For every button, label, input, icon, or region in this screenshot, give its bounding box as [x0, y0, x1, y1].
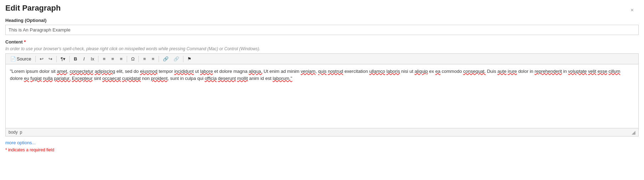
source-label: Source [17, 56, 31, 62]
align-center-button[interactable]: ≡ [109, 55, 116, 63]
source-button[interactable]: 📄 Source [8, 55, 34, 63]
editor-status-bar: body p ◢ [6, 128, 638, 136]
strikethrough-button[interactable]: Ix [89, 55, 96, 63]
link-button[interactable]: 🔗 [161, 55, 171, 63]
undo-icon: ↩ [40, 56, 44, 62]
content-label-row: Content * [5, 39, 639, 45]
redo-icon: ↪ [49, 56, 52, 62]
editor-toolbar: 📄 Source ↩ ↪ ¶▾ B I [6, 54, 638, 64]
status-tags: body p [8, 130, 22, 135]
flag-button[interactable]: ⚑ [185, 55, 194, 63]
redo-button[interactable]: ↪ [46, 55, 55, 63]
form-footer: more options... * indicates a required f… [5, 137, 639, 152]
unlink-icon: 🔗 [173, 56, 179, 62]
unlink-button[interactable]: 🔗 [171, 55, 181, 63]
align-center-icon: ≡ [112, 56, 114, 62]
divider-6 [138, 56, 139, 62]
ordered-list-icon: ≡ [143, 56, 146, 62]
heading-label: Heading (Optional) [5, 18, 639, 23]
heading-input[interactable] [5, 25, 639, 35]
required-star: * [24, 39, 26, 45]
page-icon: 📄 [10, 56, 16, 62]
bold-button[interactable]: B [72, 55, 79, 63]
content-field-container: Content * In order to use your browser's… [5, 39, 639, 137]
editor-content-area[interactable]: "Lorem ipsum dolor sit amet, consectetur… [6, 64, 638, 128]
spell-check-note: In order to use your browser's spell-che… [5, 46, 639, 51]
required-field-note: * indicates a required field [5, 147, 639, 152]
close-button[interactable]: × [631, 7, 634, 13]
heading-field-container: Heading (Optional) [5, 18, 639, 39]
page-title: Edit Paragraph [5, 4, 639, 13]
edit-paragraph-dialog: Edit Paragraph × Heading (Optional) Cont… [5, 4, 639, 152]
resize-handle[interactable]: ◢ [632, 129, 636, 135]
align-left-icon: ≡ [103, 56, 106, 62]
divider-7 [159, 56, 159, 62]
rich-text-editor: 📄 Source ↩ ↪ ¶▾ B I [5, 53, 639, 137]
align-right-button[interactable]: ≡ [117, 55, 125, 63]
divider-5 [127, 56, 127, 62]
status-tag-body: body [8, 130, 18, 135]
link-icon: 🔗 [163, 56, 169, 62]
format-dropdown-button[interactable]: ¶▾ [58, 55, 68, 63]
divider-3 [69, 56, 70, 62]
special-chars-button[interactable]: Ω [129, 55, 137, 63]
divider-4 [98, 56, 98, 62]
lorem-text: "Lorem ipsum dolor sit amet, consectetur… [10, 69, 620, 81]
editor-paragraph: "Lorem ipsum dolor sit amet, consectetur… [10, 68, 634, 82]
unordered-list-icon: ≡ [152, 56, 155, 62]
divider-8 [183, 56, 183, 62]
align-left-button[interactable]: ≡ [100, 55, 108, 63]
ordered-list-button[interactable]: ≡ [141, 55, 148, 63]
flag-icon: ⚑ [187, 56, 192, 62]
unordered-list-button[interactable]: ≡ [149, 55, 157, 63]
divider-1 [35, 56, 36, 62]
content-label: Content * [5, 39, 639, 45]
undo-button[interactable]: ↩ [38, 55, 46, 63]
strikethrough-icon: Ix [91, 56, 94, 62]
divider-2 [56, 56, 57, 62]
bold-icon: B [74, 56, 77, 62]
more-options-link[interactable]: more options... [5, 140, 36, 145]
italic-icon: I [83, 56, 85, 62]
format-label: ¶▾ [61, 56, 65, 62]
status-tag-p: p [20, 130, 22, 135]
italic-button[interactable]: I [80, 55, 88, 63]
omega-icon: Ω [131, 56, 135, 62]
align-right-icon: ≡ [120, 56, 123, 62]
